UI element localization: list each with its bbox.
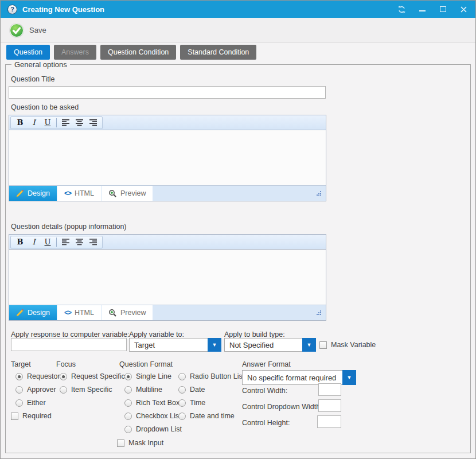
radio-radio-button-list[interactable]: Radio Button List: [178, 372, 244, 381]
radio-either[interactable]: Either: [15, 398, 46, 407]
toolbar-separator: [56, 118, 57, 127]
selected-value: Not Specified: [224, 338, 302, 352]
save-label: Save: [29, 26, 46, 34]
apply-variable-to-select[interactable]: Target ▼: [129, 338, 221, 352]
radio-approver[interactable]: Approver: [15, 385, 56, 394]
window-controls: [393, 2, 472, 17]
question-details-label: Question details (popup information): [11, 223, 127, 231]
radio-icon: [15, 399, 23, 407]
help-icon[interactable]: ?: [7, 5, 17, 14]
mask-variable-checkbox[interactable]: Mask Variable: [319, 340, 376, 349]
apply-response-label: Apply response to computer variable:: [11, 330, 129, 339]
action-toolbar: Save: [1, 18, 475, 43]
apply-variable-to-label: Apply variable to:: [129, 330, 184, 339]
editor-button-strip: B I U: [10, 116, 103, 129]
radio-icon: [178, 373, 186, 380]
control-height-input[interactable]: [317, 415, 341, 428]
align-right-button[interactable]: [86, 236, 100, 248]
question-title-input[interactable]: [9, 86, 326, 99]
bold-button[interactable]: B: [13, 236, 27, 248]
radio-requestor[interactable]: Requestor: [15, 372, 60, 381]
radio-date-and-time[interactable]: Date and time: [178, 411, 235, 421]
editor-content-area[interactable]: [9, 250, 326, 305]
radio-date[interactable]: Date: [178, 385, 205, 394]
underline-button[interactable]: U: [41, 236, 54, 248]
radio-icon: [124, 426, 132, 433]
html-tab[interactable]: <> HTML: [57, 186, 101, 201]
bold-button[interactable]: B: [13, 117, 27, 129]
minimize-icon: [419, 10, 426, 11]
radio-icon: [178, 386, 186, 394]
minimize-button[interactable]: [413, 2, 431, 17]
radio-icon: [60, 373, 67, 380]
maximize-button[interactable]: [434, 2, 451, 17]
radio-icon: [60, 386, 67, 394]
focus-header: Focus: [56, 360, 76, 368]
magnifier-plus-icon: [108, 309, 117, 317]
align-right-button[interactable]: [86, 117, 100, 129]
code-icon: <>: [64, 189, 71, 197]
control-dropdown-width-input[interactable]: [318, 399, 341, 412]
checkbox-icon: [11, 413, 18, 420]
magnifier-plus-icon: [108, 189, 117, 198]
align-center-icon: [75, 238, 84, 246]
italic-button[interactable]: I: [27, 236, 41, 248]
underline-button[interactable]: U: [41, 117, 54, 129]
apply-build-type-select[interactable]: Not Specified ▼: [224, 338, 316, 352]
radio-item-specific[interactable]: Item Specific: [60, 385, 112, 394]
radio-dropdown-list[interactable]: Dropdown List: [124, 425, 182, 434]
tab-question[interactable]: Question: [6, 45, 50, 60]
align-left-button[interactable]: [58, 236, 72, 248]
radio-checkbox-list[interactable]: Checkbox List: [124, 411, 181, 421]
html-tab[interactable]: <> HTML: [57, 305, 101, 320]
italic-button[interactable]: I: [27, 117, 41, 129]
mask-input-checkbox[interactable]: Mask Input: [117, 438, 163, 448]
design-tab[interactable]: Design: [9, 186, 57, 201]
radio-icon: [124, 373, 132, 380]
tab-answers[interactable]: Answers: [54, 45, 96, 60]
resize-grip[interactable]: [316, 190, 322, 197]
apply-build-type-label: Apply to build type:: [224, 330, 285, 339]
tab-bar: Question Answers Question Condition Stan…: [6, 45, 256, 60]
required-checkbox[interactable]: Required: [11, 411, 52, 421]
preview-tab[interactable]: Preview: [102, 186, 153, 201]
radio-time[interactable]: Time: [178, 398, 205, 407]
maximize-icon: [440, 6, 446, 12]
radio-single-line[interactable]: Single Line: [124, 372, 171, 381]
preview-tab[interactable]: Preview: [102, 305, 153, 320]
dropdown-arrow-icon[interactable]: ▼: [342, 370, 356, 385]
save-icon: [9, 22, 25, 38]
control-width-input[interactable]: [318, 383, 341, 396]
checkbox-icon: [117, 439, 124, 447]
close-icon: [461, 6, 467, 13]
selected-value: Target: [129, 338, 208, 352]
align-left-button[interactable]: [58, 117, 72, 129]
align-center-button[interactable]: [72, 236, 86, 248]
save-button[interactable]: Save: [9, 22, 46, 38]
align-center-icon: [75, 119, 84, 126]
refresh-button[interactable]: [393, 2, 410, 17]
question-title-label: Question Title: [11, 75, 54, 83]
radio-icon: [178, 399, 186, 407]
editor-content-area[interactable]: [9, 130, 326, 185]
radio-multiline[interactable]: Multiline: [124, 385, 162, 394]
control-width-label: Control Width:: [242, 387, 287, 395]
dropdown-arrow-icon[interactable]: ▼: [208, 338, 221, 352]
dropdown-arrow-icon[interactable]: ▼: [302, 338, 316, 352]
computer-variable-input[interactable]: [11, 338, 127, 351]
tab-question-condition[interactable]: Question Condition: [100, 45, 176, 60]
radio-icon: [15, 373, 23, 380]
align-left-icon: [61, 238, 70, 246]
align-center-button[interactable]: [72, 117, 86, 129]
radio-icon: [178, 413, 186, 420]
radio-rich-text-box[interactable]: Rich Text Box: [124, 398, 180, 407]
design-tab[interactable]: Design: [9, 305, 57, 320]
checkbox-icon: [319, 341, 327, 349]
radio-request-specific[interactable]: Request Specific: [60, 372, 125, 381]
editor-format-toolbar: B I U: [9, 115, 326, 130]
close-button[interactable]: [455, 2, 472, 17]
resize-grip[interactable]: [316, 310, 322, 316]
tab-standard-condition[interactable]: Standard Condition: [180, 45, 256, 60]
code-icon: <>: [64, 309, 71, 317]
titlebar[interactable]: ? Creating New Question: [1, 1, 475, 18]
